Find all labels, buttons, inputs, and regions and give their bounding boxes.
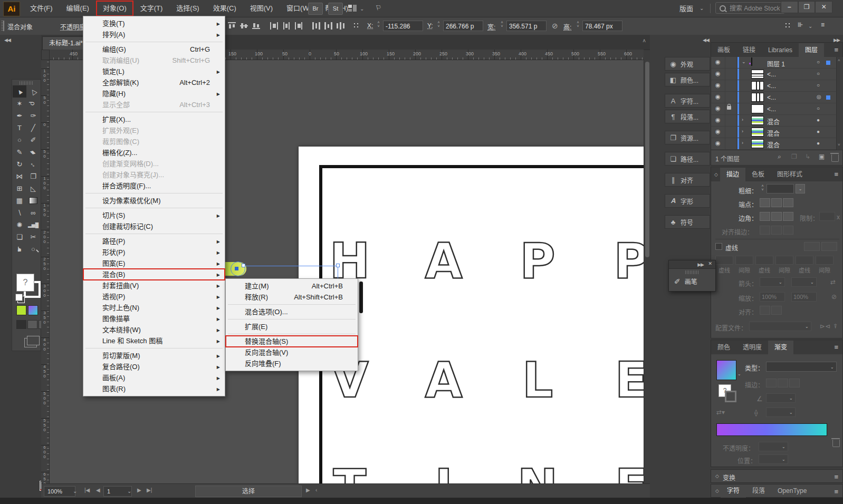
tool-button[interactable]: ↔ <box>26 158 40 170</box>
zoom-chevron-icon[interactable]: ⌄ <box>73 488 77 494</box>
scrollbar-thumb[interactable] <box>645 62 649 257</box>
layer-label[interactable]: <... <box>767 94 776 101</box>
menu-item[interactable]: 扩展(E) <box>226 321 358 332</box>
corner-round-button[interactable] <box>771 212 782 221</box>
menubar-item[interactable]: 视图(V) <box>243 1 280 16</box>
minimize-button[interactable]: – <box>781 1 798 13</box>
tool-button[interactable] <box>26 195 40 207</box>
panel-tab[interactable]: 色板 <box>745 168 771 181</box>
menu-item[interactable]: 扩展外观(E) <box>83 125 225 136</box>
menu-item[interactable]: 栅格化(Z)... <box>83 147 225 158</box>
close-button[interactable]: ✕ <box>815 1 832 13</box>
anchor-point-selected[interactable] <box>235 267 238 270</box>
panel-tab[interactable]: 链接 <box>736 43 762 57</box>
panel-tab[interactable]: Libraries <box>762 43 799 57</box>
tool-button[interactable]: ○ <box>13 134 26 146</box>
dock-panel-button[interactable]: ¶ 段落... <box>665 110 710 123</box>
prev-artboard-icon[interactable]: ◀ <box>96 487 100 493</box>
panel-menu-icon[interactable]: ≡ <box>834 488 838 496</box>
close-icon[interactable]: ✕ <box>708 261 712 266</box>
panel-grid-icon[interactable] <box>784 22 792 30</box>
reference-point-grid[interactable] <box>352 22 360 30</box>
tool-button[interactable]: ❏ <box>13 231 26 243</box>
anchor-point[interactable] <box>242 264 245 267</box>
layer-label[interactable]: 混合 <box>767 117 780 126</box>
menu-item[interactable] <box>226 317 358 321</box>
height-stepper[interactable]: ˄˅ <box>575 21 581 31</box>
dock-panel-button[interactable]: ◧ 颜色... <box>665 73 710 86</box>
layer-label[interactable]: <... <box>767 105 776 113</box>
layer-label[interactable]: <... <box>767 71 776 78</box>
menu-item[interactable]: 建立(M) Alt+Ctrl+B <box>226 280 358 292</box>
cap-butt-button[interactable] <box>760 198 770 207</box>
outline-letter[interactable]: I <box>435 463 453 483</box>
tool-button[interactable]: ○ <box>26 243 40 255</box>
target-circle-icon[interactable]: ○ <box>817 82 820 88</box>
draw-behind-mode-button[interactable] <box>27 320 37 329</box>
cap-projecting-button[interactable] <box>783 198 793 207</box>
panel-tab[interactable]: 图形样式 <box>771 168 809 181</box>
menubar-item[interactable]: 编辑(E) <box>60 1 96 16</box>
target-circle-icon[interactable]: ○ <box>817 59 820 65</box>
layer-label[interactable]: 图层 1 <box>767 59 785 68</box>
menu-item[interactable]: 封套扭曲(V) ▶ <box>83 280 225 291</box>
zoom-level-field[interactable]: 100% <box>44 486 75 497</box>
panel-tab[interactable]: 字符 <box>721 484 746 498</box>
tool-button[interactable]: ✐ <box>26 134 40 146</box>
x-stepper[interactable]: ˄˅ <box>376 21 381 31</box>
panel-menu-icon[interactable]: ≡ <box>834 343 838 351</box>
menu-item[interactable]: 图案(E) ▶ <box>83 258 225 269</box>
menu-item[interactable] <box>83 346 225 350</box>
menu-item[interactable]: Line 和 Sketch 图稿 ▶ <box>83 335 225 346</box>
visibility-eye-icon[interactable]: ◉ <box>715 117 721 123</box>
layer-thumbnail[interactable] <box>751 81 764 90</box>
workspace-chevron-icon[interactable]: ⌄ <box>700 5 704 11</box>
menu-item[interactable] <box>83 232 225 236</box>
gradient-slider[interactable] <box>716 423 827 436</box>
menubar-item[interactable]: 文件(F) <box>23 1 60 16</box>
gradient-button[interactable] <box>28 305 38 315</box>
menu-item[interactable]: 扩展(X)... <box>83 114 225 125</box>
align-bottom-icon[interactable] <box>252 22 260 30</box>
dock-panel-button[interactable]: A 字符... <box>665 94 710 108</box>
opacity-link[interactable]: 不透明度 <box>60 22 85 31</box>
outline-letter[interactable]: P <box>614 237 644 286</box>
menu-item[interactable] <box>226 303 358 306</box>
weight-input[interactable] <box>767 184 794 193</box>
lock-icon[interactable] <box>727 106 731 110</box>
outline-letter[interactable]: A <box>425 237 462 286</box>
menu-item[interactable]: 反向堆叠(F) <box>226 358 358 369</box>
expand-chevron-icon[interactable]: › <box>742 140 743 146</box>
layer-thumbnail[interactable] <box>751 116 764 125</box>
layer-row[interactable]: ◉ › 混合 ● <box>711 127 842 138</box>
target-circle-icon[interactable]: ● <box>817 140 820 146</box>
scroll-up-icon[interactable]: ˄ <box>838 58 840 63</box>
dock-panel-button[interactable]: ❐ 资源... <box>665 131 710 144</box>
first-artboard-icon[interactable]: |◀ <box>84 487 90 493</box>
target-circle-icon[interactable]: ○ <box>817 105 820 111</box>
corner-bevel-button[interactable] <box>783 212 793 221</box>
visibility-eye-icon[interactable]: ◉ <box>715 82 721 89</box>
width-input[interactable]: 356.571 p <box>506 21 547 31</box>
collapse-panel-icon[interactable]: ◇ <box>715 473 719 479</box>
tool-button[interactable]: △ <box>26 85 40 98</box>
workspace-switcher-icon[interactable] <box>348 5 357 12</box>
corner-miter-button[interactable] <box>760 212 770 221</box>
visibility-eye-icon[interactable]: ◉ <box>715 59 721 65</box>
menu-item[interactable] <box>83 40 225 44</box>
layer-label[interactable]: 混合 <box>767 140 780 149</box>
layer-row[interactable]: ◉ › 混合 ● <box>711 138 842 150</box>
menu-item[interactable]: 裁剪图像(C) <box>83 136 225 147</box>
menu-item[interactable]: 创建渐变网格(D)... <box>83 158 225 169</box>
tool-button[interactable]: ✎ <box>13 146 26 158</box>
distribute-space-icon-2[interactable] <box>324 22 332 30</box>
target-circle-icon[interactable]: ● <box>817 129 820 134</box>
cap-round-button[interactable] <box>771 198 782 207</box>
menu-item[interactable]: 变换(T) ▶ <box>83 18 225 29</box>
panel-menu-icon[interactable]: ≡ <box>834 473 838 481</box>
visibility-eye-icon[interactable]: ◉ <box>715 105 721 112</box>
last-artboard-icon[interactable]: ▶| <box>147 487 152 493</box>
tool-button[interactable]: ✺ <box>13 219 26 231</box>
hamburger-icon[interactable]: ≡ <box>821 21 825 28</box>
tool-button[interactable]: ∖ <box>13 207 26 219</box>
